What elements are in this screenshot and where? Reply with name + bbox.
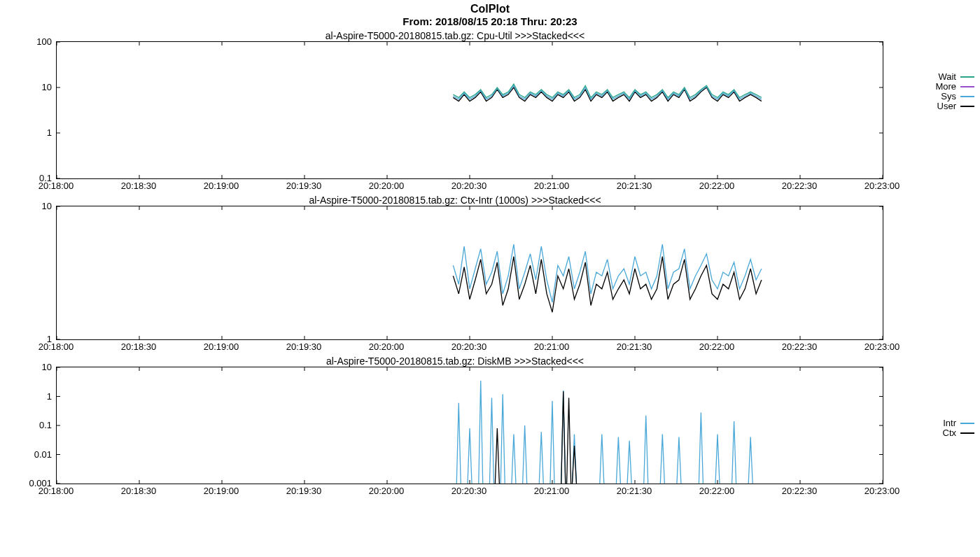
y-axis: 110 [0,206,56,339]
legend-label: Sys [941,92,956,101]
x-tick-label: 20:19:00 [204,181,239,191]
x-tick-label: 20:21:00 [534,341,570,352]
spike [699,412,703,484]
chart-svg [57,206,883,339]
spike [677,437,681,484]
y-tick-label: 10 [42,201,52,211]
legend-swatch [960,106,974,107]
legend-entry: More [935,82,974,92]
x-tick-label: 20:18:00 [38,486,74,496]
x-tick-label: 20:18:00 [38,181,74,191]
x-axis: 20:18:0020:18:3020:19:0020:19:3020:20:00… [56,179,882,195]
spike [550,401,554,484]
x-tick-label: 20:20:00 [369,341,405,352]
chart-title: al-Aspire-T5000-20180815.tab.gz: Cpu-Uti… [0,30,980,41]
spike [489,397,493,484]
chart-block: al-Aspire-T5000-20180815.tab.gz: DiskMB … [0,355,980,500]
x-tick-label: 20:18:30 [121,181,157,191]
x-tick-label: 20:22:30 [782,486,818,496]
y-tick-label: 0.1 [39,420,52,430]
legend-swatch [960,96,974,97]
legend-entry: Wait [935,72,974,82]
spike [644,416,648,484]
x-tick-label: 20:22:30 [782,181,818,191]
legend-swatch [960,86,974,87]
x-tick-label: 20:18:30 [121,486,157,496]
x-tick-label: 20:20:00 [369,181,405,191]
chart-title: al-Aspire-T5000-20180815.tab.gz: Ctx-Int… [0,195,980,206]
chart-svg [57,367,883,484]
x-tick-label: 20:18:00 [38,341,74,352]
x-tick-label: 20:22:00 [699,486,735,496]
y-tick-label: 1 [47,127,52,138]
chart-title: al-Aspire-T5000-20180815.tab.gz: DiskMB … [0,355,980,367]
legend-label: User [937,101,956,111]
spike [495,428,499,484]
x-tick-label: 20:18:30 [121,341,157,352]
spike [479,381,483,484]
y-tick-label: 1 [47,390,52,401]
spike [616,437,620,484]
spike [660,434,664,484]
spike [512,434,516,484]
x-tick-label: 20:20:00 [369,486,405,496]
legend-swatch [960,76,974,78]
y-tick-label: 0.01 [34,449,52,459]
x-tick-label: 20:22:00 [699,341,735,352]
x-tick-label: 20:21:00 [534,486,570,496]
legend: WaitMoreSysUser [935,72,974,111]
spike [523,425,527,484]
x-tick-label: 20:20:30 [451,181,487,191]
chart-block: al-Aspire-T5000-20180815.tab.gz: Ctx-Int… [0,195,980,355]
x-tick-label: 20:19:30 [286,181,322,191]
x-tick-label: 20:19:00 [204,486,239,496]
x-tick-label: 20:20:30 [451,341,487,352]
spike [627,441,631,484]
x-tick-label: 20:22:30 [782,341,818,352]
legend-entry: User [935,101,974,111]
spike [567,397,571,484]
x-tick-label: 20:21:00 [534,181,570,191]
spike [539,432,543,484]
spike [715,434,720,484]
x-tick-label: 20:23:00 [864,181,900,191]
y-tick-label: 10 [42,362,52,372]
x-tick-label: 20:19:30 [286,486,322,496]
plot-area [56,41,883,179]
x-tick-label: 20:21:30 [617,486,652,496]
plot-area [56,206,883,340]
chart-svg [57,42,883,178]
x-axis: 20:18:0020:18:3020:19:0020:19:3020:20:00… [56,484,882,500]
x-tick-label: 20:22:00 [699,181,735,191]
legend-label: Wait [938,72,956,82]
chart-block: al-Aspire-T5000-20180815.tab.gz: Cpu-Uti… [0,30,980,195]
x-tick-label: 20:20:30 [451,486,487,496]
y-axis: 0.1110100 [0,41,56,178]
page-title: ColPlot [0,0,980,15]
x-tick-label: 20:23:00 [864,341,900,352]
y-axis: 0.0010.010.1110 [0,367,56,483]
legend-label: More [935,82,956,92]
x-axis: 20:18:0020:18:3020:19:0020:19:3020:20:00… [56,340,882,355]
spike [748,437,752,484]
x-tick-label: 20:21:30 [617,181,652,191]
x-tick-label: 20:23:00 [864,486,900,496]
y-tick-label: 100 [36,36,52,47]
spike [500,394,505,484]
spike [561,391,566,484]
x-tick-label: 20:19:30 [286,341,322,352]
x-tick-label: 20:19:00 [204,341,239,352]
x-tick-label: 20:21:30 [617,341,652,352]
y-tick-label: 10 [42,82,52,92]
legend-entry: Sys [935,92,974,101]
spike [468,428,472,484]
spike [732,421,736,484]
spike [572,446,576,484]
spike [600,434,604,484]
plot-area [56,367,883,484]
time-range: From: 2018/08/15 20:18 Thru: 20:23 [0,15,980,27]
spike [456,403,461,484]
